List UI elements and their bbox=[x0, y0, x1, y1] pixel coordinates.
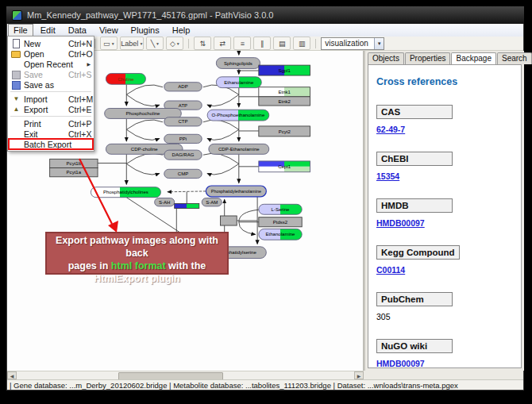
scroll-right-icon[interactable]: ▶ bbox=[354, 371, 364, 379]
node-label: L-Serine bbox=[272, 207, 290, 212]
pathway-node-phosphatidylcholines[interactable]: Phosphatidylcholines bbox=[91, 187, 160, 198]
pathway-node-o-phosphoethanolamine[interactable]: O-Phosphoethanolamine bbox=[207, 110, 269, 121]
stack-horizontal-button[interactable]: ▥ bbox=[293, 37, 310, 50]
align-horizontal-center-button[interactable]: ⇄ bbox=[214, 37, 231, 50]
file-menu-item-print[interactable]: PrintCtrl+P bbox=[9, 118, 93, 129]
visualization-combo[interactable]: visualization ▼ bbox=[321, 37, 384, 50]
xref-link[interactable]: 15354 bbox=[376, 171, 513, 181]
xref-link[interactable]: HMDB00097 bbox=[376, 218, 513, 228]
file-menu-item-save[interactable]: SaveCtrl+S bbox=[9, 69, 93, 79]
toolbar-separator bbox=[94, 39, 95, 48]
distribute-horizontal-button[interactable]: ≡ bbox=[233, 37, 251, 50]
pathway-node-cept1[interactable]: Cept1 bbox=[259, 161, 310, 172]
saveas-floppy-icon bbox=[11, 80, 21, 90]
open-folder-icon bbox=[11, 49, 21, 59]
xref-section-chebi: ChEBI15354 bbox=[376, 151, 513, 181]
menu-help[interactable]: Help bbox=[167, 24, 196, 37]
pathvisio-app-icon bbox=[12, 10, 22, 21]
window-title: Mm_Kennedy_pathway_WP1771_45176.gpml - P… bbox=[27, 10, 273, 20]
node-label: Pcyt2 bbox=[279, 129, 291, 134]
shape-button[interactable]: ◇▼ bbox=[166, 37, 183, 50]
xref-section-title: Kegg Compound bbox=[376, 245, 460, 260]
file-menu-item-batch-export[interactable]: Batch Export bbox=[9, 139, 93, 149]
node-label: Pcyt1a bbox=[67, 170, 82, 175]
file-menu-item-exit[interactable]: ExitCtrl+X bbox=[9, 129, 93, 139]
scroll-left-icon[interactable]: ◀ bbox=[7, 371, 17, 379]
menu-edit[interactable]: Edit bbox=[35, 24, 61, 37]
xref-section-nugo-wiki: NuGO wikiHMDB00097 bbox=[376, 338, 513, 368]
menu-file[interactable]: File bbox=[8, 24, 33, 37]
align-vertical-center-button[interactable]: ⇅ bbox=[194, 37, 211, 50]
xref-link[interactable]: HMDB00097 bbox=[376, 359, 513, 368]
pathway-node-dag[interactable]: DAG/RAG bbox=[164, 150, 202, 160]
menu-plugins[interactable]: Plugins bbox=[125, 24, 165, 37]
menu-separator bbox=[10, 91, 91, 92]
pathway-node-s-am[interactable]: S-AM bbox=[202, 198, 222, 206]
file-menu-item-open[interactable]: OpenCtrl+O bbox=[9, 48, 93, 59]
label-button[interactable]: Label▼ bbox=[120, 37, 144, 50]
visualization-value: visualization bbox=[322, 39, 374, 48]
xref-link[interactable]: C00114 bbox=[376, 265, 513, 275]
line-button[interactable]: ╲▼ bbox=[146, 37, 164, 50]
pathway-node-adp[interactable]: ADP bbox=[164, 83, 202, 91]
file-menu-item-open-recent[interactable]: Open Recent▶ bbox=[9, 59, 93, 69]
pathway-node-s-ah[interactable]: S-AH bbox=[155, 198, 175, 206]
file-menu-item-import[interactable]: ▼ImportCtrl+M bbox=[9, 94, 93, 104]
tab-backpage[interactable]: Backpage bbox=[451, 52, 495, 65]
pathway-node-cmp[interactable]: CMP bbox=[164, 169, 202, 178]
file-menu-item-save-as[interactable]: Save as bbox=[9, 79, 93, 90]
pathway-node-l-serine[interactable]: L-Serine bbox=[259, 204, 302, 214]
menu-item-shortcut: Ctrl+E bbox=[68, 105, 91, 114]
annotation-callout: Export pathway images along with back pa… bbox=[45, 232, 229, 275]
tab-search[interactable]: Search bbox=[497, 52, 532, 64]
submenu-arrow-icon: ▶ bbox=[87, 61, 91, 67]
file-menu-dropdown: NewCtrl+NOpenCtrl+OOpen Recent▶SaveCtrl+… bbox=[7, 36, 94, 152]
pathway-node-pcyt2[interactable]: Pcyt2 bbox=[259, 126, 310, 137]
chevron-down-icon: ▼ bbox=[156, 41, 160, 46]
pathway-node-ctp[interactable]: CTP bbox=[164, 117, 202, 126]
menu-separator bbox=[10, 116, 91, 117]
pathway-node-etnk2[interactable]: Etnk2 bbox=[259, 97, 310, 106]
xref-link[interactable]: 62-49-7 bbox=[376, 125, 513, 134]
pathway-node-etnk1[interactable]: Etnk1 bbox=[259, 87, 310, 97]
xref-section-title: HMDB bbox=[376, 198, 453, 213]
pathway-node-sphingolipids[interactable]: Sphingolipids bbox=[216, 58, 260, 69]
pathway-node-pcyt1b[interactable]: Pcyt1b bbox=[50, 159, 98, 167]
blank-icon bbox=[11, 119, 21, 129]
pathway-node-ethanolamine-top[interactable]: Ethanolamine bbox=[216, 77, 261, 88]
node-label: O-Phosphoethanolamine bbox=[212, 113, 265, 117]
node-label: Ptdss2 bbox=[273, 220, 288, 225]
menu-item-label: New bbox=[24, 39, 68, 48]
stack-vertical-button[interactable]: ▤ bbox=[273, 37, 291, 50]
side-panel: ObjectsPropertiesBackpageSearchLegend Cr… bbox=[364, 51, 524, 371]
annotation-line3: HtmlExport plugin bbox=[94, 273, 179, 284]
pathway-node-pemt-partial[interactable] bbox=[175, 203, 199, 208]
side-panel-tabs: ObjectsPropertiesBackpageSearchLegend bbox=[365, 51, 524, 64]
menu-data[interactable]: Data bbox=[63, 24, 92, 37]
pathway-node-gene-box-small[interactable] bbox=[221, 216, 237, 225]
pathway-node-phosphatidylethanolamine[interactable]: Phosphatidylethanolamine bbox=[206, 186, 266, 197]
xref-section-title: NuGO wiki bbox=[376, 339, 453, 353]
chevron-down-icon[interactable]: ▼ bbox=[374, 38, 384, 49]
menu-item-label: Save bbox=[24, 70, 68, 79]
node-label: ATP bbox=[179, 103, 187, 108]
pathway-node-ptdss2[interactable]: Ptdss2 bbox=[259, 217, 302, 227]
toolbar-separator bbox=[315, 39, 316, 48]
pathway-node-ethanolamine-lower[interactable]: Ethanolamine bbox=[259, 229, 302, 240]
pathway-node-sgpl1[interactable]: Sgpl1 bbox=[259, 65, 310, 75]
menu-view[interactable]: View bbox=[94, 24, 124, 37]
tab-objects[interactable]: Objects bbox=[368, 52, 404, 64]
pathway-node-ppi[interactable]: PPi bbox=[164, 134, 202, 143]
tab-properties[interactable]: Properties bbox=[405, 52, 451, 64]
pathway-node-choline-top[interactable]: Choline bbox=[106, 73, 145, 84]
pathway-node-cdp-ethanolamine[interactable]: CDP-Ethanolamine bbox=[209, 144, 269, 154]
file-menu-item-new[interactable]: NewCtrl+N bbox=[9, 38, 93, 48]
datanode-button[interactable]: ▭▼ bbox=[100, 37, 118, 50]
xref-section-pubchem: PubChem305 bbox=[376, 291, 513, 321]
distribute-vertical-button[interactable]: ∥ bbox=[253, 37, 271, 50]
horizontal-scrollbar[interactable]: ◀ ▶ bbox=[7, 371, 364, 379]
file-menu-item-export[interactable]: ▲ExportCtrl+E bbox=[9, 104, 93, 114]
annotation-line1: Export pathway images along with back bbox=[56, 235, 218, 259]
pathway-node-pcyt1a[interactable]: Pcyt1a bbox=[50, 168, 98, 177]
annotation-line2-pre: pages in bbox=[68, 260, 111, 271]
